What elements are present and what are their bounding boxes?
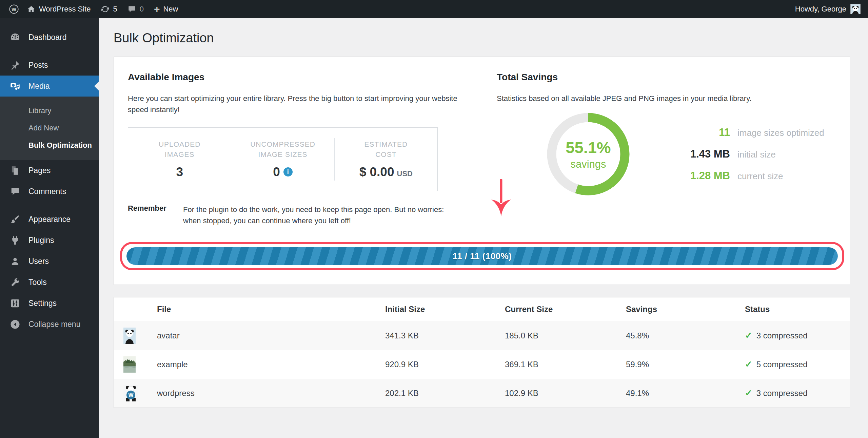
savings-percent: 55.1% — [566, 138, 611, 157]
check-icon: ✓ — [745, 388, 752, 398]
updates-icon — [101, 5, 110, 14]
available-images-section: Available Images Here you can start opti… — [128, 72, 467, 226]
sidebar-separator — [0, 48, 99, 55]
current-size: 185.0 KB — [505, 331, 626, 340]
header-current-size: Current Size — [505, 305, 626, 314]
pushpin-icon — [9, 60, 21, 71]
sidebar-item-tools[interactable]: Tools — [0, 272, 99, 293]
sizes-optimized-value: 11 — [676, 126, 730, 139]
current-size: 369.1 KB — [505, 360, 626, 369]
plus-icon: + — [154, 4, 160, 14]
check-icon: ✓ — [745, 330, 752, 341]
sidebar-item-add-new[interactable]: Add New — [0, 119, 99, 137]
sizes-optimized-label: image sizes optimized — [737, 128, 824, 138]
total-savings-heading: Total Savings — [497, 72, 836, 83]
media-icon — [9, 81, 21, 92]
progress-label: 11 / 11 (100%) — [126, 247, 838, 265]
updates-count: 5 — [113, 5, 117, 14]
svg-text:W: W — [128, 392, 134, 398]
header-savings: Savings — [626, 305, 745, 314]
sidebar-item-users[interactable]: Users — [0, 251, 99, 272]
table-row[interactable]: W wordpress 202.1 KB 102.9 KB 49.1% ✓3 c… — [114, 379, 850, 408]
collapse-menu-button[interactable]: Collapse menu — [0, 314, 99, 335]
avatar-thumbnail — [123, 328, 136, 344]
dashboard-icon — [9, 32, 21, 43]
available-images-heading: Available Images — [128, 72, 467, 83]
check-icon: ✓ — [745, 359, 752, 370]
sidebar-item-comments[interactable]: Comments — [0, 181, 99, 202]
status: ✓3 compressed — [745, 330, 850, 341]
new-content-menu[interactable]: + New — [149, 0, 183, 18]
stat-value: 0i — [235, 165, 331, 179]
total-savings-section: Total Savings Statistics based on all av… — [497, 72, 836, 226]
sidebar-item-posts[interactable]: Posts — [0, 55, 99, 76]
red-arrow-annotation — [490, 179, 512, 217]
total-savings-description: Statistics based on all available JPEG a… — [497, 93, 836, 104]
sidebar-item-appearance[interactable]: Appearance — [0, 209, 99, 230]
file-name: example — [157, 360, 385, 369]
remember-note: Remember For the plugin to do the work, … — [128, 204, 467, 226]
wordpress-logo-button[interactable]: W — [6, 4, 22, 14]
stat-label: UNCOMPRESSED IMAGE SIZES — [235, 139, 331, 160]
sidebar-label-posts: Posts — [28, 61, 48, 70]
comments-count: 0 — [140, 5, 144, 14]
status: ✓3 compressed — [745, 388, 850, 398]
savings-stats-list: 11 image sizes optimized 1.43 MB initial… — [676, 126, 824, 182]
stat-uncompressed-sizes: UNCOMPRESSED IMAGE SIZES 0i — [231, 138, 334, 181]
page-title: Bulk Optimization — [114, 31, 868, 45]
sidebar-separator — [0, 202, 99, 209]
current-size-label: current size — [737, 171, 783, 182]
table-row[interactable]: avatar 341.3 KB 185.0 KB 45.8% ✓3 compre… — [114, 321, 850, 350]
media-submenu: Library Add New Bulk Optimization — [0, 97, 99, 160]
current-size: 102.9 KB — [505, 389, 626, 398]
user-icon — [9, 256, 21, 267]
howdy-text[interactable]: Howdy, George — [795, 5, 846, 14]
savings-donut-chart: 55.1% savings — [545, 111, 632, 197]
updates-menu[interactable]: 5 — [96, 0, 122, 18]
svg-text:W: W — [12, 6, 17, 12]
sidebar-item-pages[interactable]: Pages — [0, 160, 99, 181]
sidebar-label-comments: Comments — [28, 187, 66, 196]
sidebar-item-dashboard[interactable]: Dashboard — [0, 27, 99, 48]
comments-menu[interactable]: 0 — [122, 0, 149, 18]
collapse-arrow-icon — [9, 319, 21, 330]
sidebar-item-library[interactable]: Library — [0, 102, 99, 119]
brush-icon — [9, 214, 21, 225]
current-size-value: 1.28 MB — [676, 170, 730, 182]
initial-size-label: initial size — [737, 149, 776, 160]
sidebar-label-dashboard: Dashboard — [28, 33, 67, 42]
table-row[interactable]: example 920.9 KB 369.1 KB 59.9% ✓5 compr… — [114, 350, 850, 379]
active-item-arrow — [94, 81, 99, 91]
available-images-description: Here you can start optimizing your entir… — [128, 93, 467, 115]
savings-stat-row: 1.43 MB initial size — [676, 148, 824, 160]
progress-highlight-annotation: 11 / 11 (100%) — [120, 242, 844, 270]
sidebar-item-plugins[interactable]: Plugins — [0, 230, 99, 251]
sidebar-item-bulk-optimization[interactable]: Bulk Optimization — [0, 137, 99, 154]
status: ✓5 compressed — [745, 359, 850, 370]
files-table-card: File Initial Size Current Size Savings S… — [114, 297, 850, 408]
site-menu[interactable]: WordPress Site — [22, 0, 96, 18]
plug-icon — [9, 235, 21, 246]
initial-size: 341.3 KB — [385, 331, 505, 340]
wordpress-thumbnail: W — [123, 385, 138, 401]
header-initial-size: Initial Size — [385, 305, 505, 314]
savings-stat-row: 1.28 MB current size — [676, 170, 824, 182]
stat-value: 3 — [132, 165, 228, 179]
pages-icon — [9, 165, 21, 176]
user-avatar[interactable] — [850, 4, 861, 14]
header-file: File — [157, 305, 385, 314]
savings-percent: 45.8% — [626, 331, 745, 340]
info-icon[interactable]: i — [283, 167, 293, 176]
bulk-optimization-card: Available Images Here you can start opti… — [114, 57, 850, 285]
stat-uploaded-images: UPLOADED IMAGES 3 — [128, 138, 231, 181]
sidebar-label-settings: Settings — [28, 299, 57, 308]
wordpress-logo-icon: W — [9, 4, 19, 14]
sliders-icon — [9, 298, 21, 309]
sidebar-item-settings[interactable]: Settings — [0, 293, 99, 314]
savings-stat-row: 11 image sizes optimized — [676, 126, 824, 139]
admin-bar: W WordPress Site 5 0 + New Howdy, George — [0, 0, 868, 18]
sidebar-item-media[interactable]: Media — [0, 76, 99, 97]
donut-center-label: 55.1% savings — [545, 111, 632, 197]
file-name: avatar — [157, 331, 385, 340]
site-name: WordPress Site — [39, 5, 91, 14]
